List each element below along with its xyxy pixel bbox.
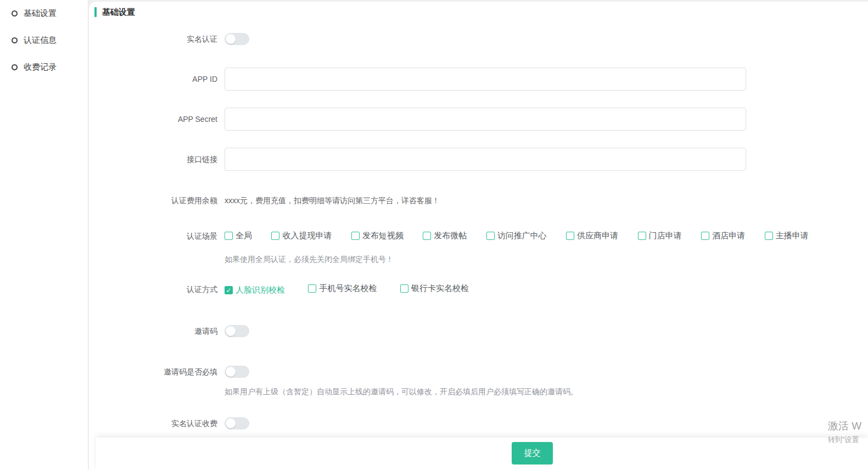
row-api-link: 接口链接 — [89, 148, 868, 171]
sidebar-item-fee-records[interactable]: 收费记录 — [0, 54, 88, 81]
page-title-row: 基础设置 — [89, 7, 868, 18]
app-id-input[interactable] — [225, 68, 746, 91]
realname-auth-label: 实名认证 — [89, 33, 217, 45]
circle-icon — [12, 10, 18, 16]
sidebar-item-label: 收费记录 — [24, 62, 57, 72]
invite-code-required-hint: 如果用户有上级（含暂定）自动显示上线的邀请码，可以修改，开启必填后用户必须填写正… — [89, 386, 868, 397]
row-app-secret: APP Secret — [89, 108, 868, 131]
checkbox-store-apply[interactable]: 门店申请 — [638, 231, 682, 241]
checkbox-withdraw-apply[interactable]: 收入提现申请 — [271, 231, 332, 241]
checkbox-publish-micro-post[interactable]: 发布微帖 — [423, 231, 467, 241]
row-auth-scene: 认证场景 全局 收入提现申请 发布短视频 发布微帖 访问推广中心 — [89, 231, 868, 242]
checkbox-icon — [566, 232, 574, 240]
checkbox-icon — [351, 232, 360, 240]
checkbox-phone-realname[interactable]: 手机号实名校检 — [308, 283, 377, 294]
checkbox-visit-promo-center[interactable]: 访问推广中心 — [486, 231, 547, 241]
auth-scene-label: 认证场景 — [89, 230, 217, 242]
sidebar-item-label: 基础设置 — [24, 8, 57, 19]
sidebar-item-label: 认证信息 — [24, 35, 57, 46]
row-realname-auth: 实名认证 — [89, 33, 868, 45]
checkbox-global[interactable]: 全局 — [225, 231, 252, 241]
invite-code-required-toggle[interactable] — [225, 366, 249, 378]
checkbox-icon — [225, 232, 233, 240]
checkbox-bankcard-realname[interactable]: 银行卡实名校检 — [400, 283, 469, 294]
auth-scene-hint: 如果使用全局认证，必须先关闭全局绑定手机号！ — [89, 254, 868, 265]
realname-auth-fee-toggle[interactable] — [225, 417, 249, 429]
row-fee-balance: 认证费用余额 xxxx元，费用充值，扣费明细等请访问第三方平台，详咨客服！ — [89, 195, 868, 206]
invite-code-required-label: 邀请码是否必填 — [89, 366, 217, 378]
app-secret-input[interactable] — [225, 108, 746, 131]
invite-code-toggle[interactable] — [225, 325, 249, 337]
checkbox-icon — [400, 284, 408, 293]
sidebar-item-auth-info[interactable]: 认证信息 — [0, 27, 88, 54]
circle-icon — [12, 64, 18, 70]
app-secret-label: APP Secret — [89, 113, 217, 125]
checkbox-supplier-apply[interactable]: 供应商申请 — [566, 231, 618, 241]
auth-method-label: 认证方式 — [89, 283, 217, 295]
row-app-id: APP ID — [89, 68, 868, 91]
row-realname-auth-fee: 实名认证收费 — [89, 417, 868, 429]
submit-button[interactable]: 提交 — [512, 442, 553, 465]
row-invite-code-required: 邀请码是否必填 — [89, 366, 868, 378]
main-content: 基础设置 实名认证 APP ID APP Secret 接口链接 认证费用余额 … — [89, 2, 868, 470]
row-auth-method: 认证方式 人脸识别校检 手机号实名校检 银行卡实名校检 — [89, 284, 868, 295]
checkbox-icon — [701, 232, 709, 240]
checkbox-icon — [423, 232, 431, 240]
footer-bar: 提交 — [96, 438, 868, 470]
app-id-label: APP ID — [89, 73, 217, 85]
sidebar: 基础设置 认证信息 收费记录 — [0, 0, 88, 470]
checkbox-icon — [765, 232, 773, 240]
realname-auth-toggle[interactable] — [225, 33, 249, 45]
auth-scene-options: 全局 收入提现申请 发布短视频 发布微帖 访问推广中心 供应商申请 — [225, 231, 826, 242]
auth-method-options: 人脸识别校检 手机号实名校检 银行卡实名校检 — [225, 283, 490, 296]
sidebar-item-basic-settings[interactable]: 基础设置 — [0, 0, 88, 27]
title-accent-bar — [94, 7, 97, 17]
circle-icon — [12, 37, 18, 43]
checkbox-publish-short-video[interactable]: 发布短视频 — [351, 231, 404, 241]
api-link-label: 接口链接 — [89, 153, 217, 165]
invite-code-label: 邀请码 — [89, 325, 217, 337]
checkbox-face-recognition[interactable]: 人脸识别校检 — [225, 285, 285, 295]
toggle-knob — [226, 418, 236, 428]
fee-balance-label: 认证费用余额 — [89, 194, 217, 206]
page-title: 基础设置 — [102, 7, 135, 18]
checkbox-hotel-apply[interactable]: 酒店申请 — [701, 231, 745, 241]
toggle-knob — [226, 326, 236, 336]
checkbox-icon — [638, 232, 646, 240]
checkbox-anchor-apply[interactable]: 主播申请 — [765, 231, 809, 241]
checkbox-icon — [486, 232, 495, 240]
checkbox-checked-icon — [225, 286, 233, 294]
toggle-knob — [226, 367, 236, 377]
checkbox-icon — [308, 284, 316, 293]
realname-auth-fee-label: 实名认证收费 — [89, 417, 217, 429]
fee-balance-value: xxxx元，费用充值，扣费明细等请访问第三方平台，详咨客服！ — [225, 195, 440, 206]
api-link-input[interactable] — [225, 148, 746, 171]
toggle-knob — [226, 34, 236, 44]
row-invite-code: 邀请码 — [89, 325, 868, 337]
checkbox-icon — [271, 232, 279, 240]
